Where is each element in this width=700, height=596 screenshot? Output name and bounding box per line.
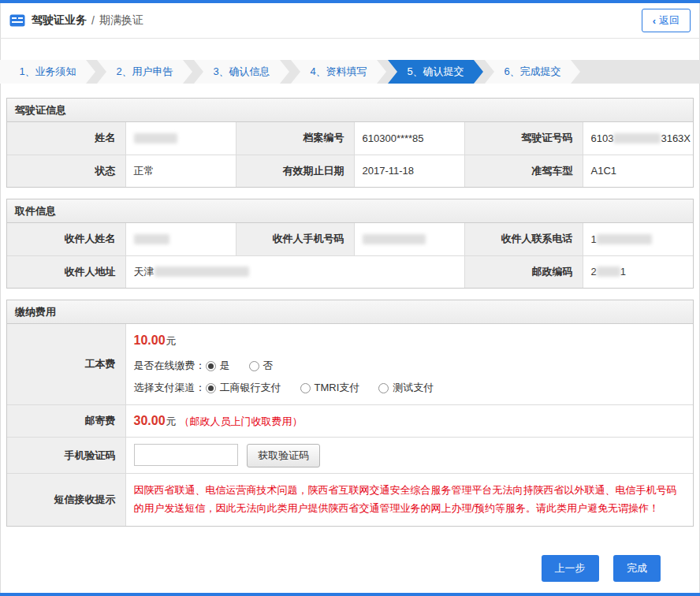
footer-actions: 上一步 完成 [0, 527, 700, 582]
recipient-address-value: 天津 [125, 255, 464, 288]
zip-code-value: 21 [583, 255, 693, 288]
pay-channel-row: 选择支付渠道： 工商银行支付 TMRI支付 测试支付 [134, 381, 686, 395]
title-separator: / [91, 14, 95, 27]
redacted-value [134, 133, 177, 143]
step-2-user-declaration: 2、用户申告 [97, 60, 192, 84]
online-pay-row: 是否在线缴费： 是 否 [134, 359, 686, 373]
pay-channel-tmri-label[interactable]: TMRI支付 [315, 381, 360, 395]
sms-tip-label: 短信接收提示 [7, 474, 125, 526]
fees-section: 缴纳费用 工本费 10.00元 是否在线缴费： 是 否 选择支付渠道： 工商银行… [6, 300, 694, 527]
table-row: 收件人姓名 收件人手机号码 收件人联系电话 1 [7, 223, 693, 255]
license-no-label: 驾驶证号码 [464, 122, 583, 155]
name-label: 姓名 [7, 122, 125, 155]
online-pay-no-label[interactable]: 否 [263, 359, 274, 373]
name-value [125, 122, 236, 155]
pickup-info-table: 收件人姓名 收件人手机号码 收件人联系电话 1 收件人地址 天津 邮政编码 21 [7, 223, 693, 288]
file-no-label: 档案编号 [236, 122, 354, 155]
status-label: 状态 [7, 155, 125, 187]
pay-channel-test-label[interactable]: 测试支付 [393, 381, 434, 395]
production-fee-amount: 10.00 [134, 333, 166, 347]
vehicle-type-value: A1C1 [583, 155, 693, 187]
table-row: 收件人地址 天津 邮政编码 21 [7, 255, 693, 288]
step-5-confirm-submit: 5、确认提交 [388, 60, 483, 84]
radio-selected-icon[interactable] [206, 383, 216, 393]
expiry-value: 2017-11-18 [354, 155, 464, 187]
sms-code-label: 手机验证码 [7, 438, 125, 474]
done-button[interactable]: 完成 [613, 555, 661, 582]
sms-code-input[interactable] [134, 444, 238, 466]
step-1-business-notice: 1、业务须知 [0, 60, 95, 84]
recipient-name-value [125, 223, 236, 255]
zip-prefix: 2 [591, 266, 597, 278]
zip-suffix: 1 [620, 266, 626, 278]
sms-tip-cell: 因陕西省联通、电信运营商技术问题，陕西省互联网交通安全综合服务管理平台无法向持陕… [125, 474, 693, 526]
file-no-value: 610300****85 [354, 122, 464, 155]
table-row: 手机验证码 获取验证码 [7, 438, 693, 474]
online-pay-option-yes[interactable]: 是 [206, 359, 230, 373]
radio-unselected-icon[interactable] [300, 383, 311, 393]
step-label: 3、确认信息 [213, 65, 270, 79]
prev-step-button[interactable]: 上一步 [542, 555, 599, 582]
currency-unit: 元 [166, 415, 177, 427]
step-6-complete-submit: 6、完成提交 [485, 60, 580, 84]
redacted-value [363, 234, 426, 244]
step-3-confirm-info: 3、确认信息 [194, 60, 289, 84]
license-card-icon [9, 14, 25, 27]
postage-fee-amount: 30.00 [134, 414, 166, 427]
tel-prefix: 1 [591, 233, 597, 245]
production-fee-cell: 10.00元 是否在线缴费： 是 否 选择支付渠道： 工商银行支付 TMRI支付… [125, 324, 693, 405]
pay-channel-label: 选择支付渠道： [134, 381, 206, 395]
step-label: 4、资料填写 [310, 65, 367, 79]
fees-section-title: 缴纳费用 [7, 300, 693, 324]
pickup-info-section: 取件信息 收件人姓名 收件人手机号码 收件人联系电话 1 收件人地址 天津 邮政… [6, 199, 694, 289]
pay-channel-option-tmri[interactable]: TMRI支付 [300, 381, 360, 395]
step-label: 1、业务须知 [19, 65, 76, 79]
fees-table: 工本费 10.00元 是否在线缴费： 是 否 选择支付渠道： 工商银行支付 TM… [7, 324, 693, 526]
license-no-prefix: 6103 [591, 132, 614, 144]
license-info-table: 姓名 档案编号 610300****85 驾驶证号码 61033163X 状态 … [7, 122, 693, 187]
radio-unselected-icon[interactable] [378, 383, 389, 393]
table-row: 工本费 10.00元 是否在线缴费： 是 否 选择支付渠道： 工商银行支付 TM… [7, 324, 693, 405]
radio-unselected-icon[interactable] [249, 361, 259, 371]
recipient-name-label: 收件人姓名 [7, 223, 125, 255]
currency-unit: 元 [166, 335, 177, 347]
step-label: 6、完成提交 [504, 65, 560, 79]
license-info-section: 驾驶证信息 姓名 档案编号 610300****85 驾驶证号码 6103316… [6, 98, 694, 188]
page-title: 驾驶证业务 [32, 13, 87, 28]
online-pay-yes-label[interactable]: 是 [220, 359, 230, 373]
recipient-phone-label: 收件人手机号码 [236, 223, 354, 255]
expiry-label: 有效期止日期 [236, 155, 354, 187]
table-row: 短信接收提示 因陕西省联通、电信运营商技术问题，陕西省互联网交通安全综合服务管理… [7, 474, 693, 526]
redacted-value [597, 266, 620, 277]
redacted-value [134, 234, 169, 244]
recipient-address-label: 收件人地址 [7, 255, 125, 288]
recipient-phone-value [354, 223, 464, 255]
license-no-value: 61033163X [583, 122, 693, 155]
pay-channel-option-test[interactable]: 测试支付 [378, 381, 434, 395]
license-no-suffix: 3163X [661, 132, 691, 144]
step-label: 5、确认提交 [407, 65, 464, 79]
recipient-tel-value: 1 [583, 223, 693, 255]
page-header: 驾驶证业务 / 期满换证 ‹ 返回 [0, 3, 700, 39]
pay-channel-icbc-label[interactable]: 工商银行支付 [220, 381, 281, 395]
pay-channel-option-icbc[interactable]: 工商银行支付 [206, 381, 281, 395]
radio-selected-icon[interactable] [206, 361, 216, 371]
online-pay-option-no[interactable]: 否 [249, 359, 274, 373]
step-label: 2、用户申告 [116, 65, 173, 79]
back-button-label: 返回 [659, 13, 680, 28]
address-prefix: 天津 [134, 266, 155, 278]
production-fee-amount-line: 10.00元 [134, 333, 686, 348]
recipient-tel-label: 收件人联系电话 [464, 223, 583, 255]
online-pay-label: 是否在线缴费： [134, 359, 206, 373]
redacted-value [613, 133, 661, 143]
vehicle-type-label: 准驾车型 [464, 155, 583, 187]
status-value: 正常 [125, 155, 236, 187]
page-subtitle: 期满换证 [99, 13, 143, 28]
get-sms-code-button[interactable]: 获取验证码 [247, 444, 320, 467]
redacted-value [597, 234, 652, 244]
production-fee-label: 工本费 [7, 324, 125, 405]
back-button[interactable]: ‹ 返回 [642, 9, 691, 32]
pickup-info-section-title: 取件信息 [7, 199, 693, 223]
table-row: 状态 正常 有效期止日期 2017-11-18 准驾车型 A1C1 [7, 155, 693, 187]
back-chevron-icon: ‹ [653, 15, 656, 27]
